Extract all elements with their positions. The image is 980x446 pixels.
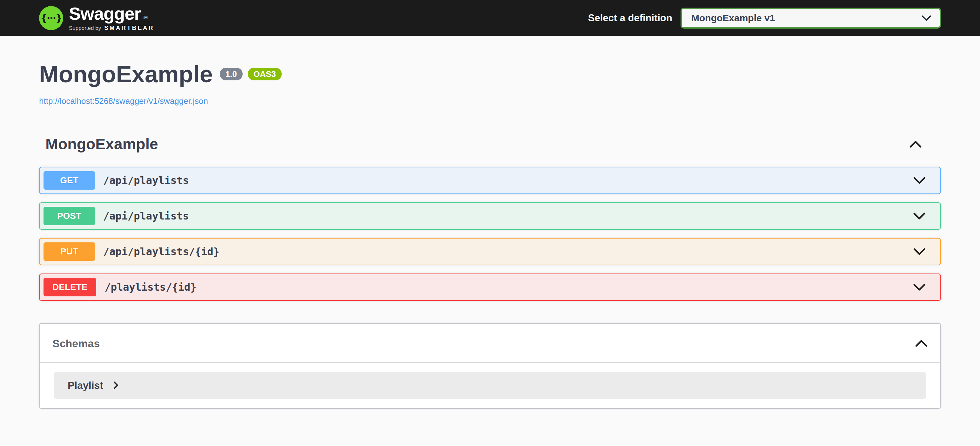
tag-section-header[interactable]: MongoExample: [39, 135, 941, 162]
chevron-down-icon: [913, 284, 926, 291]
schemas-header[interactable]: Schemas: [40, 324, 940, 363]
opblock-get-api-playlists[interactable]: GET /api/playlists: [39, 167, 941, 194]
expand-operation-button[interactable]: [910, 174, 928, 187]
operation-path: /playlists/{id}: [105, 281, 196, 293]
method-badge: POST: [43, 207, 95, 225]
chevron-up-icon: [909, 140, 922, 148]
schemas-title: Schemas: [52, 338, 100, 350]
topbar-wrapper: {···} Swagger TM Supported by SMARTBEAR …: [39, 5, 941, 32]
logo-text-block: Swagger TM Supported by SMARTBEAR: [69, 5, 154, 32]
expand-operation-button[interactable]: [910, 281, 928, 293]
logo-trademark: TM: [142, 13, 148, 22]
tag-section-title: MongoExample: [45, 135, 158, 153]
operation-path: /api/playlists: [103, 210, 189, 222]
api-title: MongoExample: [39, 62, 213, 86]
schemas-section: Schemas Playlist: [39, 323, 941, 409]
swagger-logo[interactable]: {···} Swagger TM Supported by SMARTBEAR: [39, 5, 154, 32]
opblock-post-api-playlists[interactable]: POST /api/playlists: [39, 202, 941, 230]
chevron-down-icon: [913, 248, 926, 255]
version-badge: 1.0: [220, 68, 243, 80]
expand-operation-button[interactable]: [910, 210, 928, 222]
definition-select[interactable]: MongoExample v1: [681, 8, 941, 29]
supported-by-label: Supported by: [69, 25, 101, 32]
opblock-delete-playlists-id[interactable]: DELETE /playlists/{id}: [39, 274, 941, 301]
swagger-ui-page: {···} Swagger TM Supported by SMARTBEAR …: [0, 0, 980, 446]
api-badges: 1.0 OAS3: [220, 68, 282, 80]
logo-subtitle: Supported by SMARTBEAR: [69, 24, 154, 32]
chevron-right-icon: [113, 381, 118, 389]
operation-path: /api/playlists/{id}: [103, 245, 220, 258]
swagger-logo-icon: {···}: [39, 6, 63, 30]
method-badge: DELETE: [43, 278, 96, 296]
method-badge: PUT: [43, 242, 95, 261]
select-definition-label: Select a definition: [588, 13, 672, 24]
chevron-up-icon: [915, 339, 928, 347]
chevron-down-icon: [913, 212, 926, 220]
oas3-badge: OAS3: [248, 68, 282, 80]
collapse-tag-section-button[interactable]: [907, 138, 924, 151]
definition-select-value: MongoExample v1: [691, 13, 775, 24]
main-content: MongoExample 1.0 OAS3 http://localhost:5…: [39, 36, 941, 409]
model-playlist[interactable]: Playlist: [54, 372, 926, 399]
spec-url-link[interactable]: http://localhost:5268/swagger/v1/swagger…: [39, 96, 208, 106]
api-info: MongoExample 1.0 OAS3 http://localhost:5…: [39, 62, 941, 106]
smartbear-brand: SMARTBEAR: [104, 24, 154, 32]
chevron-down-icon: [921, 15, 931, 21]
operations-list: GET /api/playlists POST /api/playlists: [39, 167, 941, 301]
opblock-put-api-playlists-id[interactable]: PUT /api/playlists/{id}: [39, 238, 941, 265]
topbar: {···} Swagger TM Supported by SMARTBEAR …: [0, 0, 980, 36]
model-title: Playlist: [68, 380, 103, 391]
expand-model-button[interactable]: [112, 380, 120, 391]
expand-operation-button[interactable]: [910, 245, 928, 258]
operation-path: /api/playlists: [103, 174, 189, 186]
method-badge: GET: [43, 171, 95, 190]
collapse-schemas-button[interactable]: [912, 337, 930, 350]
definition-select-group: Select a definition MongoExample v1: [588, 8, 941, 29]
logo-title: Swagger: [69, 5, 141, 22]
chevron-down-icon: [913, 177, 926, 184]
